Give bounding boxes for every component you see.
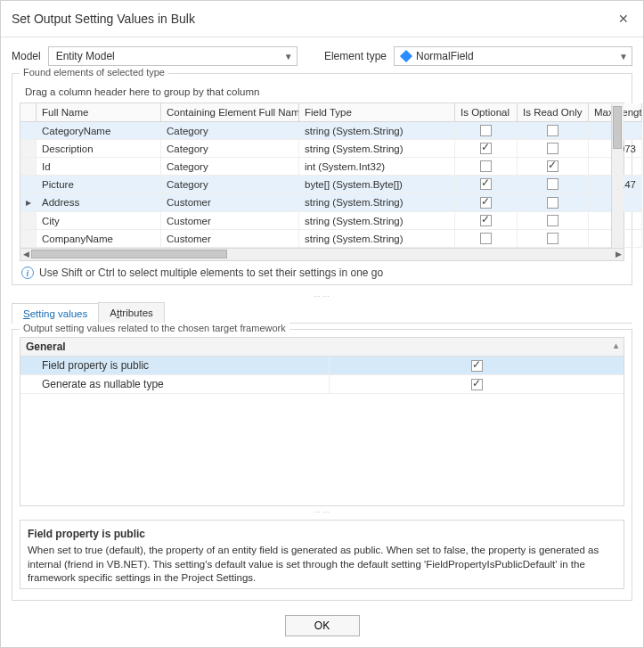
checkbox-icon[interactable]	[547, 215, 558, 226]
splitter-handle-2[interactable]: ⋯⋯	[20, 508, 624, 516]
ok-button[interactable]: OK	[285, 615, 360, 636]
description-panel: Field property is public When set to tru…	[20, 520, 624, 589]
cell-containing: Category	[161, 176, 299, 193]
found-elements-legend: Found elements of selected type	[20, 67, 168, 78]
col-containing[interactable]: Containing Element Full Name	[161, 103, 299, 122]
settings-category-general[interactable]: General ▴	[20, 338, 624, 357]
checkbox-icon[interactable]	[480, 197, 492, 209]
checkbox-icon[interactable]	[471, 379, 483, 390]
tab-attributes[interactable]: Attributes	[98, 302, 165, 323]
cell-is-readonly[interactable]	[518, 212, 589, 230]
checkbox-icon[interactable]	[547, 178, 558, 190]
vertical-scrollbar[interactable]	[611, 104, 624, 248]
row-header	[20, 158, 37, 176]
vscroll-thumb[interactable]	[613, 106, 622, 149]
table-row[interactable]: PictureCategorybyte[] (System.Byte[])214…	[20, 176, 624, 193]
table-row[interactable]: CategoryNameCategorystring (System.Strin…	[20, 122, 624, 140]
cell-is-optional[interactable]	[455, 193, 518, 212]
settings-row[interactable]: Field property is public	[20, 357, 624, 375]
tab-setting-values[interactable]: Setting values	[12, 303, 99, 324]
settings-row[interactable]: Generate as nullable type	[20, 375, 624, 394]
col-is-optional[interactable]: Is Optional	[455, 103, 518, 122]
found-elements-group: Found elements of selected type Drag a c…	[12, 73, 632, 285]
checkbox-icon[interactable]	[480, 160, 492, 172]
setting-name: Field property is public	[37, 357, 330, 374]
cell-is-readonly[interactable]	[518, 230, 589, 248]
grid-header-row: Full Name Containing Element Full Name F…	[20, 103, 624, 122]
checkbox-icon[interactable]	[547, 125, 558, 136]
cell-is-readonly[interactable]	[518, 140, 589, 158]
checkbox-icon[interactable]	[547, 233, 558, 244]
checkbox-icon[interactable]	[480, 125, 492, 136]
collapse-icon[interactable]: ▴	[614, 340, 618, 353]
close-button[interactable]: ✕	[613, 8, 634, 29]
horizontal-scrollbar[interactable]: ◀ ▶	[20, 249, 624, 261]
cell-is-optional[interactable]	[455, 122, 518, 140]
cell-field-type: byte[] (System.Byte[])	[299, 176, 455, 193]
checkbox-icon[interactable]	[547, 143, 558, 154]
group-by-hint[interactable]: Drag a column header here to group by th…	[20, 81, 624, 103]
element-type-value: NormalField	[416, 50, 474, 62]
col-field-type[interactable]: Field Type	[299, 103, 455, 122]
cell-is-readonly[interactable]	[518, 176, 589, 193]
cell-is-readonly[interactable]	[518, 193, 589, 212]
scroll-right-icon[interactable]: ▶	[613, 249, 624, 259]
setting-name: Generate as nullable type	[37, 375, 330, 393]
checkbox-icon[interactable]	[471, 360, 483, 372]
checkbox-icon[interactable]	[480, 215, 492, 226]
cell-field-type: int (System.Int32)	[299, 158, 455, 176]
cell-is-optional[interactable]	[455, 158, 518, 176]
row-indent	[20, 357, 37, 374]
cell-containing: Category	[161, 158, 299, 176]
table-row[interactable]: CompanyNameCustomerstring (System.String…	[20, 230, 624, 248]
cell-is-optional[interactable]	[455, 140, 518, 158]
dialog: Set Output Setting Values in Bulk ✕ Mode…	[0, 0, 644, 648]
cell-is-optional[interactable]	[455, 176, 518, 193]
checkbox-icon[interactable]	[547, 197, 558, 209]
cell-field-type: string (System.String)	[299, 212, 455, 230]
setting-value[interactable]	[330, 375, 624, 393]
checkbox-icon[interactable]	[480, 178, 492, 190]
cell-field-type: string (System.String)	[299, 122, 455, 140]
cell-field-type: string (System.String)	[299, 140, 455, 158]
checkbox-icon[interactable]	[480, 233, 492, 244]
col-full-name[interactable]: Full Name	[37, 103, 161, 122]
cell-full-name: CompanyName	[37, 230, 161, 248]
col-is-readonly[interactable]: Is Read Only	[518, 103, 589, 122]
info-icon: i	[21, 267, 34, 279]
cell-containing: Category	[161, 140, 299, 158]
settings-legend: Output setting values related to the cho…	[20, 323, 289, 333]
model-combobox[interactable]: Entity Model ▼	[48, 46, 298, 66]
elements-grid[interactable]: Full Name Containing Element Full Name F…	[20, 103, 624, 249]
table-row[interactable]: ▸AddressCustomerstring (System.String)	[20, 193, 624, 212]
row-indent	[20, 375, 37, 393]
row-header	[20, 140, 37, 158]
chevron-down-icon: ▼	[284, 52, 293, 62]
settings-grid[interactable]: General ▴ Field property is publicGenera…	[20, 337, 624, 506]
element-type-combobox[interactable]: NormalField ▼	[394, 46, 632, 66]
info-row: i Use Shift or Ctrl to select multiple e…	[20, 261, 624, 281]
table-row[interactable]: DescriptionCategorystring (System.String…	[20, 140, 624, 158]
setting-value[interactable]	[330, 357, 624, 374]
scroll-left-icon[interactable]: ◀	[20, 249, 31, 259]
cell-is-readonly[interactable]	[518, 158, 589, 176]
cell-field-type: string (System.String)	[299, 230, 455, 248]
cell-is-optional[interactable]	[455, 212, 518, 230]
model-value: Entity Model	[56, 50, 115, 62]
diamond-icon	[400, 50, 412, 62]
cell-full-name: CategoryName	[37, 122, 161, 140]
table-row[interactable]: CityCustomerstring (System.String)	[20, 212, 624, 230]
grid-header-blank	[20, 103, 37, 122]
scroll-thumb[interactable]	[31, 250, 227, 258]
splitter-handle[interactable]: ⋯⋯	[12, 292, 632, 300]
cell-is-optional[interactable]	[455, 230, 518, 248]
top-controls-row: Model Entity Model ▼ Element type Normal…	[12, 46, 632, 66]
cell-is-readonly[interactable]	[518, 122, 589, 140]
checkbox-icon[interactable]	[480, 143, 492, 154]
checkbox-icon[interactable]	[547, 160, 558, 172]
cell-containing: Category	[161, 122, 299, 140]
row-header	[20, 212, 37, 230]
table-row[interactable]: IdCategoryint (System.Int32)	[20, 158, 624, 176]
cell-full-name: Description	[37, 140, 161, 158]
cell-full-name: Address	[37, 193, 161, 212]
